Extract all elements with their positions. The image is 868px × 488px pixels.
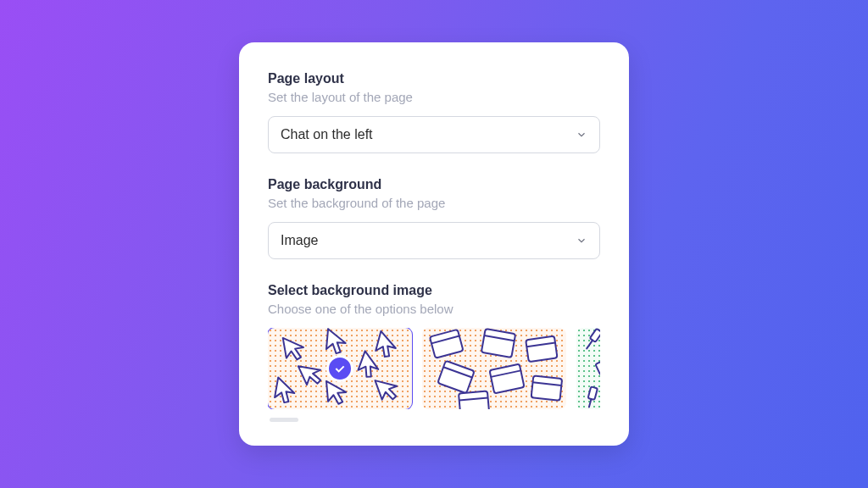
background-image-section: Select background image Choose one of th…	[268, 283, 600, 422]
page-background-value: Image	[281, 233, 318, 248]
page-background-subtitle: Set the background of the page	[268, 196, 600, 210]
page-layout-value: Chat on the left	[281, 127, 373, 142]
settings-card: Page layout Set the layout of the page C…	[239, 42, 629, 446]
page-layout-select[interactable]: Chat on the left	[268, 116, 600, 153]
svg-line-15	[587, 341, 593, 349]
svg-rect-10	[531, 375, 563, 400]
page-background-section: Page background Set the background of th…	[268, 177, 600, 259]
svg-rect-8	[489, 364, 524, 394]
svg-line-19	[589, 399, 592, 408]
page-layout-subtitle: Set the layout of the page	[268, 90, 600, 104]
page-layout-section: Page layout Set the layout of the page C…	[268, 71, 600, 153]
bg-option-windows[interactable]	[422, 328, 566, 409]
tools-pattern-icon	[576, 328, 600, 409]
scrollbar-thumb[interactable]	[270, 418, 298, 422]
windows-pattern-icon	[422, 328, 566, 409]
page-background-title: Page background	[268, 177, 600, 192]
svg-rect-18	[588, 386, 598, 400]
svg-rect-4	[526, 336, 557, 362]
svg-rect-14	[590, 329, 600, 342]
bg-option-tools[interactable]	[576, 328, 600, 409]
bg-option-cursors[interactable]	[268, 328, 412, 409]
background-image-subtitle: Choose one of the options below	[268, 302, 600, 316]
svg-rect-0	[430, 330, 464, 358]
svg-rect-16	[595, 362, 600, 375]
svg-rect-2	[481, 329, 515, 358]
background-image-options	[268, 328, 600, 409]
chevron-down-icon	[576, 235, 587, 247]
chevron-down-icon	[576, 129, 587, 141]
page-background-select[interactable]: Image	[268, 222, 600, 259]
selected-check-icon	[326, 355, 353, 382]
page-layout-title: Page layout	[268, 71, 600, 86]
background-image-title: Select background image	[268, 283, 600, 298]
